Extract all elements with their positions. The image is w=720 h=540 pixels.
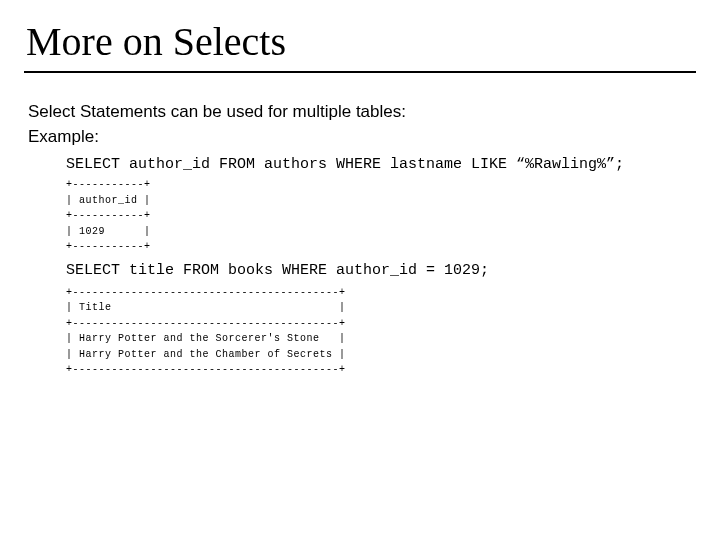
sql-result-2: +---------------------------------------… xyxy=(66,285,696,378)
title-underline xyxy=(24,71,696,73)
slide-title: More on Selects xyxy=(26,18,696,65)
slide-body: Select Statements can be used for multip… xyxy=(24,101,696,378)
sql-query-1: SELECT author_id FROM authors WHERE last… xyxy=(66,155,696,175)
lead-line-1: Select Statements can be used for multip… xyxy=(28,101,696,124)
sql-result-1: +-----------+ | author_id | +-----------… xyxy=(66,177,696,255)
slide: More on Selects Select Statements can be… xyxy=(0,0,720,540)
sql-query-2: SELECT title FROM books WHERE author_id … xyxy=(66,261,696,281)
lead-line-2: Example: xyxy=(28,126,696,149)
